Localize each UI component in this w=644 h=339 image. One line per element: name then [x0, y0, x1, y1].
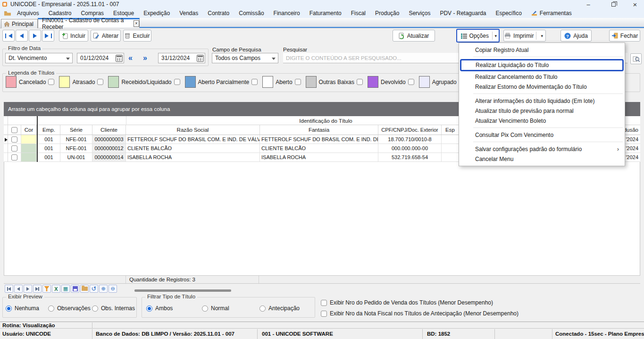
menu-item-atualizar-previsao[interactable]: Atualizar título de previsão para normal: [459, 106, 625, 116]
atualizar-button[interactable]: Atualizar: [393, 30, 435, 42]
header-fantasia[interactable]: Fantasia: [260, 125, 378, 135]
menu-ferramentas[interactable]: Ferramentas: [527, 8, 577, 18]
legend-checkbox[interactable]: [295, 79, 301, 85]
opcoes-label: Opções: [469, 33, 489, 39]
nav-first-button[interactable]: [5, 285, 13, 293]
row-checkbox[interactable]: [11, 154, 17, 161]
menu-vendas[interactable]: Vendas: [175, 8, 203, 18]
radio-antecipacao[interactable]: Antecipação: [259, 305, 300, 312]
header-cor[interactable]: Cor: [21, 125, 37, 135]
imprimir-dropdown-arrow[interactable]: ▾: [539, 34, 545, 38]
menu-faturamento[interactable]: Faturamento: [305, 8, 346, 18]
row-checkbox[interactable]: [11, 136, 17, 143]
date-to-input[interactable]: 31/12/2024: [158, 53, 205, 63]
fechar-button[interactable]: Fechar: [609, 30, 640, 42]
radio-normal[interactable]: Normal: [202, 305, 229, 312]
ajuda-button[interactable]: ? Ajuda: [560, 30, 592, 42]
checkbox-exibir-pedido[interactable]: Exibir Nro do Pedido de Venda dos Título…: [321, 299, 493, 306]
legend-item-atrasado: Atrasado: [59, 76, 103, 88]
excluir-button[interactable]: Excluir: [123, 30, 151, 42]
calendar-icon[interactable]: [197, 55, 204, 62]
date-field-select[interactable]: Dt. Vencimento: [5, 53, 73, 63]
maximize-button[interactable]: [605, 0, 621, 8]
next-period-button[interactable]: »: [143, 54, 147, 62]
menu-financeiro[interactable]: Financeiro: [269, 8, 305, 18]
minimize-button[interactable]: –: [580, 0, 596, 8]
header-emp[interactable]: Emp.: [38, 125, 60, 135]
menu-compras[interactable]: Compras: [76, 8, 109, 18]
color-swatch: [262, 76, 273, 88]
nav-open-layout-button[interactable]: [80, 285, 89, 293]
incluir-button[interactable]: Incluir: [59, 30, 88, 42]
legend-checkbox[interactable]: [97, 79, 103, 85]
header-razao-social[interactable]: Razão Social: [126, 125, 260, 135]
search-lookup-button[interactable]: [630, 53, 642, 64]
legend-checkbox[interactable]: [408, 79, 414, 85]
menu-item-realizar-cancelamento[interactable]: Realizar Cancelamento do Título: [459, 72, 625, 82]
menu-estoque[interactable]: Estoque: [109, 8, 139, 18]
menu-fiscal[interactable]: Fiscal: [346, 8, 370, 18]
header-serie[interactable]: Série: [60, 125, 92, 135]
nav-collapse-button[interactable]: ⊖: [109, 285, 117, 293]
last-record-button[interactable]: [42, 30, 54, 42]
campo-pesquisa-select[interactable]: Todos os Campos: [212, 53, 278, 63]
tab-close-icon[interactable]: ×: [134, 20, 139, 27]
menu-item-copiar-registro[interactable]: Copiar Registro Atual: [459, 45, 625, 55]
menu-cadastro[interactable]: Cadastro: [44, 8, 76, 18]
radio-obs-internas[interactable]: Obs. Internas: [92, 305, 135, 312]
legend-checkbox[interactable]: [174, 79, 180, 85]
opcoes-button[interactable]: Opções: [457, 30, 492, 42]
cell-dt-inclusao-clipped: '2024: [625, 135, 640, 144]
radio-ambos[interactable]: Ambos: [146, 305, 173, 312]
menu-arquivos[interactable]: Arquivos: [12, 8, 44, 18]
header-cpf-cnpj[interactable]: CPF/CNPJ/Doc. Exterior: [378, 125, 442, 135]
menu-item-salvar-configuracoes[interactable]: Salvar configurações padrão do formulári…: [459, 144, 625, 154]
nav-next-button[interactable]: [24, 285, 32, 293]
menu-pdv-retaguarda[interactable]: PDV - Retaguarda: [435, 8, 491, 18]
nav-prev-button[interactable]: [14, 285, 23, 293]
prev-record-button[interactable]: [16, 30, 28, 42]
opcoes-dropdown-arrow[interactable]: ▾: [493, 34, 499, 38]
menu-item-realizar-estorno[interactable]: Realizar Estorno de Movimentação do Títu…: [459, 82, 625, 92]
horizontal-scrollbar-thumb[interactable]: [134, 289, 231, 292]
alterar-button[interactable]: Alterar: [91, 30, 121, 42]
nav-last-button[interactable]: [33, 285, 42, 293]
menu-servicos[interactable]: Serviços: [404, 8, 435, 18]
menu-item-atualizar-vencimento-boleto[interactable]: Atualizar Vencimento Boleto: [459, 116, 625, 126]
tab-contas-receber[interactable]: FIN0001 - Cadastro de Contas à Receber ×: [38, 18, 140, 28]
menu-contrato[interactable]: Contrato: [203, 8, 234, 18]
calendar-icon[interactable]: [116, 55, 123, 62]
radio-observacoes[interactable]: Observações: [48, 305, 91, 312]
select-all-checkbox[interactable]: [11, 127, 17, 133]
nav-expand-button[interactable]: ⊕: [99, 285, 108, 293]
close-button[interactable]: ×: [627, 0, 643, 8]
menu-item-cancelar-menu[interactable]: Cancelar Menu: [459, 154, 625, 164]
menu-expedicao[interactable]: Expedição: [139, 8, 175, 18]
date-from-input[interactable]: 01/12/2024: [77, 53, 124, 63]
imprimir-button-group[interactable]: Imprimir ▾: [503, 30, 546, 42]
menu-item-consultar-pix[interactable]: Consultar Pix Com Vencimento: [459, 130, 625, 140]
nav-columns-button[interactable]: ▦: [61, 285, 70, 293]
legend-checkbox[interactable]: [48, 79, 54, 85]
checkbox-exibir-nota[interactable]: Exibir Nro da Nota Fiscal nos Títulos de…: [321, 310, 519, 317]
first-record-button[interactable]: [2, 30, 15, 42]
menu-item-alterar-informacoes[interactable]: Alterar informações do título liquidado …: [459, 96, 625, 106]
radio-nenhuma[interactable]: Nenhuma: [6, 305, 39, 312]
atualizar-label: Atualizar: [407, 33, 429, 39]
header-dt-inclusao-clipped[interactable]: dusão: [625, 125, 640, 135]
tab-principal[interactable]: Principal: [1, 19, 38, 28]
nav-save-layout-button[interactable]: [71, 285, 79, 293]
legend-checkbox[interactable]: [357, 79, 363, 85]
header-cliente[interactable]: Cliente: [92, 125, 126, 135]
legend-checkbox[interactable]: [251, 79, 258, 85]
menu-especifico[interactable]: Específico: [491, 8, 526, 18]
prev-period-button[interactable]: «: [128, 54, 132, 62]
nav-filter-button[interactable]: [42, 285, 51, 293]
row-checkbox[interactable]: [11, 145, 17, 152]
nav-export-excel-button[interactable]: X: [52, 285, 60, 293]
next-record-button[interactable]: [29, 30, 41, 42]
menu-producao[interactable]: Produção: [370, 8, 404, 18]
menu-comissao[interactable]: Comissão: [234, 8, 268, 18]
menu-item-realizar-liquidacao[interactable]: Realizar Liquidação do Título: [460, 59, 624, 71]
nav-restore-button[interactable]: ↺: [90, 285, 98, 293]
